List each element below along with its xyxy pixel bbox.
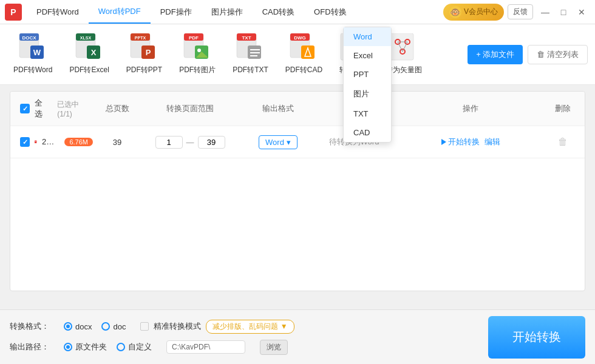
tool-pdf-to-word-label: PDF转Word [13, 65, 52, 75]
svg-text:PDF: PDF [189, 35, 199, 41]
feedback-button[interactable]: 反馈 [508, 4, 533, 19]
svg-text:XLSX: XLSX [80, 36, 92, 40]
dropdown-item-excel[interactable]: Excel [344, 46, 391, 65]
svg-text:P: P [146, 48, 151, 57]
nav-tab-image-ops[interactable]: 图片操作 [202, 0, 253, 24]
tool-pdf-to-txt-label: PDF转TXT [233, 65, 268, 75]
tool-pdf-to-ppt[interactable]: PPTX P PDF转PPT [120, 30, 168, 79]
select-all-checkbox[interactable] [20, 104, 30, 113]
precise-mode-label: 精准转换模式 [154, 321, 201, 332]
dropdown-item-ppt[interactable]: PPT [344, 65, 391, 84]
radio-custom-circle [117, 343, 125, 351]
format-select-value: Word [265, 138, 284, 147]
output-path-input[interactable] [166, 340, 245, 354]
format-dropdown-menu: Word Excel PPT 图片 TXT CAD [343, 27, 392, 143]
tool-pdf-to-image-label: PDF转图片 [179, 65, 216, 75]
radio-original[interactable]: 原文件夹 [64, 342, 107, 352]
clear-list-button[interactable]: 🗑 清空列表 [528, 45, 588, 64]
pdf-to-cad-icon: DWG [289, 33, 318, 62]
dropdown-item-image[interactable]: 图片 [344, 84, 391, 104]
title-bar-right: 🐵 V会员中心 反馈 — □ ✕ [443, 4, 590, 21]
pdf-to-image-icon: PDF [183, 33, 212, 62]
edit-row-button[interactable]: 编辑 [484, 136, 500, 147]
monkey-icon: 🐵 [449, 6, 461, 18]
nav-tab-pdf-ops[interactable]: PDF操作 [151, 0, 202, 24]
pdf-to-word-icon: DOCX W [18, 33, 47, 62]
range-start-input[interactable] [155, 136, 183, 149]
table-header-format: 输出格式 [239, 103, 318, 114]
svg-text:PPTX: PPTX [135, 36, 146, 40]
output-radio-group: 原文件夹 自定义 [64, 342, 152, 352]
start-convert-button[interactable]: 开始转换 [488, 316, 585, 359]
play-icon [441, 139, 446, 145]
svg-text:DWG: DWG [294, 35, 307, 41]
radio-custom[interactable]: 自定义 [117, 342, 152, 352]
svg-rect-45 [35, 141, 36, 142]
radio-docx-circle [64, 322, 72, 331]
window-controls: — □ ✕ [537, 4, 590, 21]
pdf-to-txt-icon: TXT [236, 33, 265, 62]
delete-icon[interactable]: 🗑 [558, 136, 568, 147]
radio-doc[interactable]: doc [101, 322, 126, 331]
dropdown-item-cad[interactable]: CAD [344, 123, 391, 142]
output-row: 输出路径： 原文件夹 自定义 浏览 [10, 340, 478, 355]
table-header-delete: 删除 [551, 103, 575, 114]
file-table: 全选 已选中(1/1) 总页数 转换页面范围 输出格式 状态 操作 删除 [10, 91, 585, 291]
add-file-button[interactable]: + 添加文件 [467, 45, 523, 64]
output-label: 输出路径： [10, 342, 49, 352]
tool-pdf-to-image[interactable]: PDF PDF转图片 [173, 30, 222, 79]
toolbar-actions: + 添加文件 🗑 清空列表 [467, 45, 588, 64]
nav-tab-pdf-to-word[interactable]: PDF转Word [27, 0, 89, 24]
nav-tab-cad-convert[interactable]: CAD转换 [253, 0, 304, 24]
pdf-to-ppt-icon: PPTX P [129, 33, 158, 62]
row-format: Word ▾ [239, 135, 318, 149]
format-dropdown-arrow: ▾ [287, 138, 291, 147]
radio-doc-circle [101, 322, 110, 331]
tool-pdf-to-ppt-label: PDF转PPT [126, 65, 162, 75]
browse-button[interactable]: 浏览 [260, 340, 288, 355]
tool-pdf-to-cad[interactable]: DWG PDF转CAD [279, 30, 328, 79]
svg-rect-37 [390, 33, 413, 60]
row-checkbox[interactable] [20, 137, 30, 147]
close-button[interactable]: ✕ [573, 4, 590, 21]
pdf-file-icon: PDF [35, 133, 37, 150]
dropdown-item-word[interactable]: Word [344, 27, 391, 46]
table-header-pages: 总页数 [93, 103, 141, 114]
row-pages: 39 [93, 138, 141, 147]
nav-tab-word-to-pdf[interactable]: Word转PDF [89, 0, 151, 24]
table-row: PDF 2022中...发展白皮书.pdf 6.76M 39 — Word ▾ … [10, 126, 585, 158]
format-label: 转换格式： [10, 321, 49, 332]
format-select-button[interactable]: Word ▾ [259, 135, 298, 149]
tool-pdf-to-cad-label: PDF转CAD [285, 65, 322, 75]
nav-tab-ofd-convert[interactable]: OFD转换 [304, 0, 356, 24]
svg-text:TXT: TXT [242, 35, 251, 41]
member-button[interactable]: 🐵 V会员中心 [443, 4, 504, 21]
radio-docx[interactable]: docx [64, 322, 92, 331]
bottom-bar: 转换格式： docx doc 精准转换模式 减少排版、乱码问题 ▼ [0, 309, 595, 364]
tool-pdf-to-word[interactable]: DOCX W PDF转Word [7, 30, 58, 79]
start-convert-row-button[interactable]: 开始转换 [441, 136, 480, 147]
precise-mode: 精准转换模式 减少排版、乱码问题 ▼ [140, 320, 294, 334]
radio-original-circle [64, 343, 72, 351]
bottom-settings: 转换格式： docx doc 精准转换模式 减少排版、乱码问题 ▼ [10, 320, 478, 355]
mode-badge[interactable]: 减少排版、乱码问题 ▼ [206, 320, 294, 334]
svg-point-19 [197, 49, 201, 52]
row-filename: 2022中...发展白皮书.pdf [42, 136, 56, 147]
nav-tabs: PDF转Word Word转PDF PDF操作 图片操作 CAD转换 OFD转换 [27, 0, 443, 24]
row-range: — [141, 136, 239, 149]
row-check-cell: PDF 2022中...发展白皮书.pdf 6.76M [20, 133, 93, 150]
minimize-button[interactable]: — [537, 4, 554, 21]
pdf-to-excel-icon: XLSX X [75, 33, 104, 62]
svg-text:W: W [33, 48, 41, 57]
dropdown-item-txt[interactable]: TXT [344, 104, 391, 123]
maximize-button[interactable]: □ [555, 4, 572, 21]
range-end-input[interactable] [198, 136, 225, 149]
range-dash: — [186, 138, 194, 147]
row-action: 开始转换 编辑 [390, 136, 551, 147]
precise-mode-checkbox[interactable] [140, 322, 149, 331]
format-radio-group: docx doc [64, 322, 126, 331]
selected-count: 已选中(1/1) [57, 99, 93, 118]
tool-pdf-to-excel[interactable]: XLSX X PDF转Excel [63, 30, 115, 79]
row-delete[interactable]: 🗑 [551, 136, 575, 147]
tool-pdf-to-txt[interactable]: TXT PDF转TXT [226, 30, 274, 79]
